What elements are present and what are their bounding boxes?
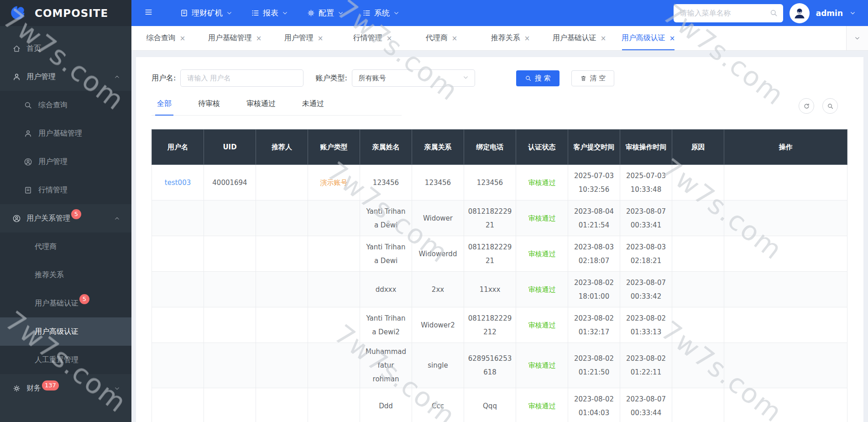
tab-综合查询[interactable]: 综合查询× <box>131 26 200 50</box>
close-icon[interactable]: × <box>256 34 262 42</box>
tab-用户管理[interactable]: 用户管理× <box>269 26 338 50</box>
tab-label: 综合查询 <box>146 33 176 43</box>
content-card: 用户名: 账户类型: 所有账号 搜 索 清 空 全部待审核审核通过未 <box>136 57 863 422</box>
table-cell: 2023-08-03 02:18:07 <box>568 236 620 272</box>
clear-button[interactable]: 清 空 <box>571 70 615 86</box>
search-icon[interactable] <box>769 9 778 19</box>
close-icon[interactable]: × <box>601 34 607 42</box>
tab-推荐关系[interactable]: 推荐关系× <box>476 26 545 50</box>
user-circle-icon <box>24 158 32 166</box>
sidebar-item-用户管理[interactable]: 用户管理 <box>0 63 131 91</box>
table-cell: 40001694 <box>204 165 256 200</box>
table-cell: ddxxx <box>360 272 412 307</box>
table-cell <box>724 200 847 236</box>
column-header-原因: 原因 <box>672 130 724 165</box>
topbar-menu-理财矿机[interactable]: 理财矿机 <box>180 8 233 18</box>
table-cell: 2025-07-03 10:32:56 <box>568 165 620 200</box>
close-icon[interactable]: × <box>669 34 675 42</box>
subtab-未通过[interactable]: 未通过 <box>302 99 324 110</box>
list-icon <box>362 9 371 17</box>
hamburger-icon[interactable] <box>144 8 155 19</box>
table-cell: 2023-08-02 01:22:11 <box>620 343 672 388</box>
sidebar-item-label: 用户关系管理 <box>26 214 70 223</box>
table-cell <box>308 343 360 388</box>
topbar-menu-报表[interactable]: 报表 <box>251 8 288 18</box>
table-cell <box>204 388 256 422</box>
count-badge: 5 <box>71 209 81 219</box>
tab-用户基础管理[interactable]: 用户基础管理× <box>200 26 269 50</box>
tab-用户高级认证[interactable]: 用户高级认证× <box>614 26 683 50</box>
table-cell: 2025-07-03 10:33:48 <box>620 165 672 200</box>
table-cell <box>256 272 308 307</box>
sidebar-item-人工重置管理[interactable]: 人工重置管理 <box>0 346 131 374</box>
username[interactable]: admin <box>816 9 843 18</box>
sidebar-item-首页[interactable]: 首页 <box>0 34 131 63</box>
refresh-button[interactable] <box>799 98 814 114</box>
subtab-全部[interactable]: 全部 <box>157 99 172 110</box>
table-cell: Yanti Trihan a Dewi <box>360 236 412 272</box>
table-cell <box>152 200 204 236</box>
status-cell: 审核通过 <box>516 388 568 422</box>
avatar[interactable] <box>790 3 810 23</box>
sidebar-item-用户关系管理[interactable]: 用户关系管理5 <box>0 204 131 232</box>
account-type-select[interactable]: 所有账号 <box>352 69 475 87</box>
chevron-down-icon <box>393 10 400 16</box>
tab-label: 用户管理 <box>284 33 314 43</box>
topbar-menu-label: 理财矿机 <box>192 8 223 18</box>
table-cell: Yanti Trihan a Dewi <box>360 200 412 236</box>
tab-label: 行情管理 <box>353 33 382 43</box>
user-icon <box>12 73 21 81</box>
sidebar-item-用户管理[interactable]: 用户管理 <box>0 148 131 176</box>
topbar-menu-配置[interactable]: 配置 <box>307 8 344 18</box>
close-icon[interactable]: × <box>387 34 392 42</box>
close-icon[interactable]: × <box>180 34 186 42</box>
table-cell: 0812182229212 <box>464 307 516 343</box>
refresh-icon <box>803 103 810 110</box>
brand: COMPOSITE <box>0 0 131 26</box>
sidebar-item-代理商[interactable]: 代理商 <box>0 232 131 261</box>
table-cell: Ccc <box>412 388 464 422</box>
user-chevron-down-icon[interactable] <box>849 10 856 16</box>
username-link[interactable]: test003 <box>152 165 204 200</box>
table-cell <box>724 388 847 422</box>
table-cell: Widower2 <box>412 307 464 343</box>
table-cell <box>672 343 724 388</box>
table-cell <box>152 236 204 272</box>
sidebar-item-用户基础认证[interactable]: 用户基础认证5 <box>0 289 131 317</box>
table-search-button[interactable] <box>822 98 838 114</box>
subtab-审核通过[interactable]: 审核通过 <box>246 99 276 110</box>
username-input[interactable] <box>180 69 303 87</box>
tab-用户基础认证[interactable]: 用户基础认证× <box>545 26 614 50</box>
sidebar-item-用户基础管理[interactable]: 用户基础管理 <box>0 119 131 148</box>
sidebar-item-用户高级认证[interactable]: 用户高级认证 <box>0 317 131 346</box>
table-cell: 081218222921 <box>464 200 516 236</box>
account-type-cell: 演示账号 <box>308 165 360 200</box>
table-cell <box>308 307 360 343</box>
sidebar-item-label: 行情管理 <box>38 185 68 195</box>
table-cell: 2023-08-07 00:33:42 <box>620 272 672 307</box>
topbar-menu-系统[interactable]: 系统 <box>362 8 400 18</box>
sidebar-submenu: 代理商推荐关系用户基础认证5用户高级认证人工重置管理 <box>0 232 131 374</box>
close-icon[interactable]: × <box>452 34 458 42</box>
subtab-待审核[interactable]: 待审核 <box>198 99 220 110</box>
table-cell <box>204 236 256 272</box>
sidebar-item-行情管理[interactable]: 行情管理 <box>0 176 131 204</box>
menu-search-input[interactable] <box>674 4 783 22</box>
table-cell <box>256 165 308 200</box>
tab-list-dropdown-button[interactable] <box>846 26 868 50</box>
table-cell <box>204 272 256 307</box>
close-icon[interactable]: × <box>318 34 324 42</box>
gear-icon <box>307 9 315 17</box>
sidebar-menu: 首页用户管理综合查询用户基础管理用户管理行情管理用户关系管理5代理商推荐关系用户… <box>0 26 131 402</box>
close-icon[interactable]: × <box>524 34 530 42</box>
tab-行情管理[interactable]: 行情管理× <box>338 26 407 50</box>
tab-代理商[interactable]: 代理商× <box>407 26 476 50</box>
sidebar-item-推荐关系[interactable]: 推荐关系 <box>0 261 131 289</box>
sidebar-item-财务[interactable]: 财务137 <box>0 374 131 402</box>
table-cell: 2023-08-02 01:32:17 <box>568 307 620 343</box>
table-cell <box>672 272 724 307</box>
sidebar-item-综合查询[interactable]: 综合查询 <box>0 91 131 119</box>
search-button[interactable]: 搜 索 <box>516 70 559 86</box>
column-header-账户类型: 账户类型 <box>308 130 360 165</box>
chevron-up-icon <box>114 215 120 222</box>
